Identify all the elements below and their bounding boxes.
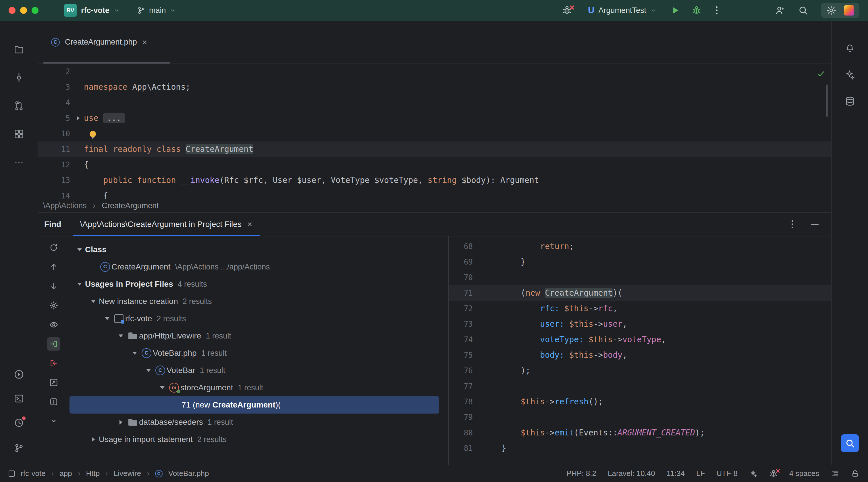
status-path-app[interactable]: app <box>59 469 72 478</box>
branch-widget[interactable]: main <box>137 6 176 15</box>
laravel-version[interactable]: Laravel: 10.40 <box>608 469 655 478</box>
close-window-button[interactable] <box>9 7 16 14</box>
indent-setting[interactable]: 4 spaces <box>789 469 819 478</box>
ai-assistant-icon[interactable] <box>845 69 855 80</box>
more-actions-button[interactable] <box>716 9 717 11</box>
editor-scrollbar[interactable] <box>826 85 828 117</box>
code-line-77[interactable]: 77 <box>448 378 831 394</box>
expand-chevron-icon[interactable] <box>47 415 60 428</box>
problems-icon[interactable] <box>14 418 24 429</box>
code-line-79[interactable]: 79 <box>448 409 831 425</box>
navigate-source-enabled-icon[interactable] <box>47 337 60 350</box>
chevron-down-icon[interactable] <box>157 379 168 396</box>
close-tab-icon[interactable] <box>142 38 147 47</box>
structure-icon[interactable] <box>14 129 24 139</box>
tree-group-import-usage[interactable]: Usage in import statement2 results <box>69 431 439 448</box>
tree-group-usages[interactable]: Usages in Project Files4 results <box>69 276 439 293</box>
tab-scrollbar[interactable] <box>43 62 170 63</box>
clock[interactable]: 11:34 <box>666 469 685 478</box>
file-encoding[interactable]: UTF-8 <box>716 469 738 478</box>
find-in-files-button[interactable] <box>841 434 859 452</box>
tree-item-usage-line-71[interactable]: 71 (new CreateArgument)( <box>69 396 439 414</box>
chevron-right-icon[interactable] <box>116 414 126 431</box>
code-line-72[interactable]: 72 rfc: $this->rfc, <box>448 301 831 316</box>
code-line-81[interactable]: 81 } <box>448 441 831 456</box>
rerun-search-icon[interactable] <box>47 241 60 254</box>
code-style-icon[interactable] <box>831 469 839 478</box>
preview-toggle-icon[interactable] <box>47 318 60 331</box>
run-button[interactable] <box>671 5 680 15</box>
code-line-71[interactable]: 71 (new CreateArgument)( <box>448 285 831 301</box>
tree-item-createargument[interactable]: CreateArgument\App\Actions .../app/Actio… <box>69 258 439 276</box>
code-line-5[interactable]: 5use... <box>38 110 831 126</box>
tree-item-database-seeders[interactable]: database/seeders1 result <box>69 414 439 431</box>
code-line-68[interactable]: 68 return; <box>448 239 831 254</box>
ai-assistant-status-icon[interactable] <box>749 469 758 478</box>
tree-item-storeargument[interactable]: storeArgument1 result <box>69 379 439 396</box>
run-tool-window-icon[interactable] <box>14 369 24 379</box>
tree-group-new-instance[interactable]: New instance creation2 results <box>69 293 439 310</box>
chevron-down-icon[interactable] <box>102 310 113 327</box>
tree-item-votebar-php[interactable]: VoteBar.php1 result <box>69 344 439 362</box>
status-path-http[interactable]: Http <box>86 469 100 478</box>
usage-preview-pane[interactable]: 68 return;69 }7071 (new CreateArgument)(… <box>448 236 831 465</box>
chevron-down-icon[interactable] <box>88 293 99 310</box>
chevron-down-icon[interactable] <box>116 327 126 344</box>
more-tool-windows-icon[interactable] <box>14 157 24 167</box>
run-configuration-widget[interactable]: U ArgumentTest <box>588 5 657 16</box>
navigate-source-disabled-icon[interactable] <box>47 357 60 370</box>
line-separator[interactable]: LF <box>696 469 705 478</box>
find-options-button[interactable] <box>792 223 793 225</box>
fold-marker-icon[interactable] <box>75 110 84 126</box>
chevron-right-icon[interactable] <box>88 431 99 448</box>
code-line-2[interactable]: 2 <box>38 64 831 79</box>
code-line-10[interactable]: 10 <box>38 126 831 141</box>
project-widget[interactable]: RV rfc-vote <box>64 4 120 17</box>
chevron-down-icon[interactable] <box>74 276 85 293</box>
debug-button[interactable] <box>692 5 702 15</box>
minimize-window-button[interactable] <box>20 7 27 14</box>
tree-item-votebar[interactable]: VoteBar1 result <box>69 362 439 379</box>
code-line-13[interactable]: 13 public function __invoke(Rfc $rfc, Us… <box>38 173 831 188</box>
hide-tool-window-icon[interactable] <box>811 224 818 225</box>
breadcrumb-namespace[interactable]: \App\Actions <box>43 201 87 210</box>
lock-open-icon[interactable] <box>851 469 859 478</box>
code-line-3[interactable]: 3namespace App\Actions; <box>38 79 831 95</box>
tree-item-rfc-vote[interactable]: rfc-vote2 results <box>69 310 439 327</box>
pull-requests-icon[interactable] <box>14 101 24 111</box>
settings-gear-icon[interactable] <box>47 299 60 312</box>
close-results-tab-icon[interactable] <box>247 220 252 229</box>
tree-group-class[interactable]: Class <box>69 241 439 258</box>
chevron-down-icon[interactable] <box>74 241 85 258</box>
terminal-icon[interactable] <box>14 393 24 404</box>
code-line-75[interactable]: 75 body: $this->body, <box>448 347 831 363</box>
code-line-76[interactable]: 76 ); <box>448 363 831 378</box>
tests-failed-muted-icon[interactable]: ✕ <box>562 5 572 15</box>
breadcrumb-class[interactable]: CreateArgument <box>102 201 159 210</box>
php-version[interactable]: PHP: 8.2 <box>566 469 596 478</box>
code-line-70[interactable]: 70 <box>448 270 831 285</box>
settings-gear-icon[interactable] <box>826 5 836 16</box>
ai-plugin-icon[interactable] <box>844 5 854 16</box>
chevron-down-icon[interactable] <box>143 362 154 379</box>
code-line-12[interactable]: 12{ <box>38 157 831 173</box>
code-line-11[interactable]: 11final readonly class CreateArgument <box>38 141 831 157</box>
status-path-project[interactable]: rfc-vote <box>21 469 46 478</box>
add-user-icon[interactable] <box>775 5 785 16</box>
code-line-73[interactable]: 73 user: $this->user, <box>448 316 831 332</box>
code-line-74[interactable]: 74 voteType: $this->voteType, <box>448 332 831 347</box>
commit-icon[interactable] <box>14 73 24 83</box>
code-line-4[interactable]: 4 <box>38 95 831 110</box>
code-editor[interactable]: 23namespace App\Actions;45use...1011fina… <box>38 64 831 199</box>
notifications-bell-icon[interactable] <box>845 43 855 54</box>
chevron-down-icon[interactable] <box>129 344 140 362</box>
status-path-livewire[interactable]: Livewire <box>114 469 141 478</box>
code-line-78[interactable]: 78 $this->refresh(); <box>448 394 831 409</box>
inspections-ok-icon[interactable] <box>816 69 826 78</box>
find-results-tab[interactable]: \App\Actions\CreateArgument in Project F… <box>73 212 260 236</box>
version-control-icon[interactable] <box>14 443 24 453</box>
status-path-file[interactable]: VoteBar.php <box>168 469 209 478</box>
open-in-new-tab-icon[interactable] <box>47 376 60 389</box>
info-icon[interactable] <box>47 395 60 408</box>
tree-item-app-http-livewire[interactable]: app/Http/Livewire1 result <box>69 327 439 344</box>
